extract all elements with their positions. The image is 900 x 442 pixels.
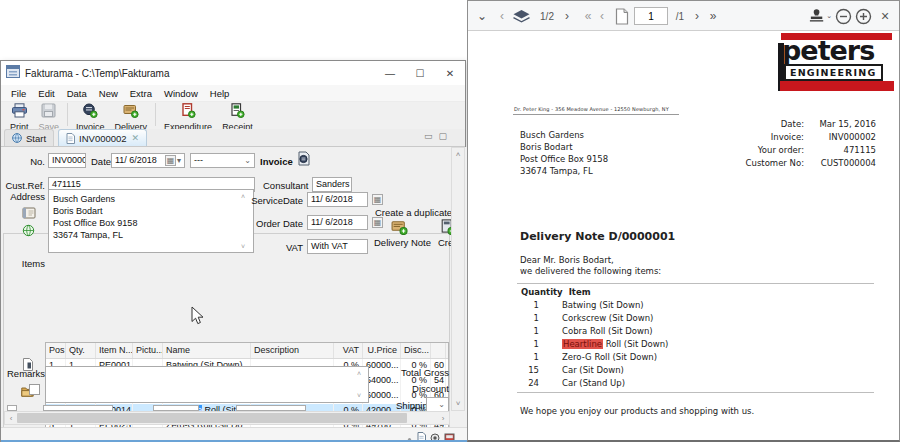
col-header[interactable]: Name <box>163 343 251 358</box>
menu-item[interactable]: Extra <box>124 88 158 99</box>
address-book-icon[interactable] <box>22 205 36 223</box>
kind-select[interactable]: --- ⌄ <box>190 153 255 168</box>
zoom-out-icon[interactable] <box>834 1 852 31</box>
delivery-note-button-label[interactable]: Delivery Note <box>374 237 436 248</box>
col-header[interactable]: VAT <box>334 343 363 358</box>
menu-item[interactable]: Window <box>158 88 204 99</box>
scroll-down-icon[interactable]: ˅ <box>452 399 464 408</box>
vat-input[interactable]: With VAT <box>307 239 368 254</box>
menu-item[interactable]: Help <box>204 88 236 99</box>
servicedate-input[interactable]: 11/ 6/2018 <box>307 192 368 207</box>
item-cell: Cobra Roll (Sit Down) <box>562 326 653 339</box>
zoom-in-icon[interactable] <box>854 1 872 31</box>
next-layer-icon[interactable]: › <box>560 1 574 31</box>
pdf-table-row: 24 Car (Stand Up) <box>521 378 668 391</box>
calendar-icon[interactable]: ▦ <box>165 155 176 166</box>
col-header[interactable]: Item N... <box>96 343 133 358</box>
horizontal-scrollbar[interactable]: ‹ › <box>4 411 450 425</box>
layers-icon[interactable] <box>509 1 533 31</box>
date-label: Date <box>91 156 111 167</box>
orderdate-label: Order Date <box>233 218 303 229</box>
print-button[interactable]: Print <box>5 102 34 132</box>
last-page-icon[interactable]: » <box>705 1 721 31</box>
scroll-right-icon[interactable]: › <box>437 414 449 423</box>
toolbar-separator <box>67 103 68 126</box>
status-bar <box>1 427 467 441</box>
collapse-chevron-icon[interactable]: ⌄ <box>472 1 492 31</box>
menu-bar: FileEditDataNewExtraWindowHelp <box>1 85 465 102</box>
pdf-table-body: 1 Batwing (Sit Down) 1 Corkscrew (Sit Do… <box>521 300 668 391</box>
scroll-left-icon[interactable]: ‹ <box>5 414 17 423</box>
col-header[interactable] <box>431 343 446 358</box>
orderdate-input[interactable]: 11/ 6/2018 <box>307 215 368 230</box>
view-maximize-icon[interactable]: ▢ <box>438 131 447 141</box>
shipping-select[interactable]: ⌄ <box>426 397 449 412</box>
pdf-table-row: 1 Heartline Roll (Sit Down) <box>521 339 668 352</box>
calendar-icon[interactable]: ▦ <box>372 194 383 205</box>
col-header[interactable]: Description <box>251 343 334 358</box>
close-button[interactable]: ✕ <box>435 61 465 85</box>
chevron-down-icon: ⌄ <box>244 155 251 166</box>
expenditure-button[interactable]: Expenditure <box>159 102 217 132</box>
remarks-checkbox[interactable] <box>29 384 40 395</box>
vertical-scrollbar[interactable]: ˄ ˅ <box>451 147 465 411</box>
prev-layer-icon[interactable]: ‹ <box>496 1 508 31</box>
scroll-up-icon[interactable]: ˄ <box>452 150 464 159</box>
search-highlight: Heartline <box>562 339 603 349</box>
tab-start[interactable]: Start <box>4 129 54 146</box>
page-number-input[interactable] <box>634 7 668 25</box>
prev-page-icon[interactable]: ‹ <box>596 1 608 31</box>
menu-item[interactable]: File <box>5 88 32 99</box>
tab-close-icon[interactable]: ✕ <box>132 133 140 143</box>
info-value: 471115 <box>804 145 876 158</box>
col-header[interactable]: Disc... <box>401 343 431 358</box>
title-bar[interactable]: Fakturama - C:\Temp\Fakturama — ☐ ✕ <box>1 61 465 85</box>
invoice-type-label: Invoice <box>260 156 293 167</box>
consultant-input[interactable]: Sanders <box>312 177 352 192</box>
maximize-button[interactable]: ☐ <box>405 61 435 85</box>
col-header[interactable]: U.Price <box>363 343 401 358</box>
remarks-textarea[interactable] <box>45 366 369 403</box>
invoice-editor-form: No. INV00000 Date 11/ 6/2018 ▦▾ --- ⌄ In… <box>1 147 467 442</box>
close-preview-icon[interactable]: × <box>876 1 894 31</box>
next-page-icon[interactable]: › <box>690 1 704 31</box>
editor-tab-bar: Start INV000002 ✕ <box>1 129 465 147</box>
scrollbar-thumb[interactable] <box>17 413 407 423</box>
no-label: No. <box>15 156 45 167</box>
save-button[interactable]: Save <box>34 102 65 132</box>
create-delivery-note-icon[interactable] <box>391 219 408 239</box>
tab-invoice[interactable]: INV000002 ✕ <box>58 129 147 146</box>
first-page-icon[interactable]: « <box>580 1 596 31</box>
closing-line: We hope you enjoy our products and shopp… <box>520 405 754 417</box>
minimize-button[interactable]: — <box>375 61 405 85</box>
servicedate-label: ServiceDate <box>233 195 303 206</box>
calendar-icon[interactable]: ▦ <box>372 217 383 228</box>
chevron-down-icon: ▾ <box>177 155 181 166</box>
invoice-number-input[interactable]: INV00000 <box>48 153 86 168</box>
col-header[interactable]: Pos <box>46 343 66 358</box>
fakturama-window: Fakturama - C:\Temp\Fakturama — ☐ ✕ File… <box>0 60 466 442</box>
menu-item[interactable]: Data <box>61 88 93 99</box>
sender-line: Dr. Peter King - 356 Meadow Avenue - 125… <box>514 106 669 112</box>
vat-label: VAT <box>233 242 303 253</box>
invoice-button[interactable]: Invoice <box>71 102 110 132</box>
printer-icon <box>11 103 28 122</box>
col-header[interactable]: Qty. <box>66 343 96 358</box>
credit-button-label[interactable]: Cred <box>438 237 451 248</box>
layer-page-indicator: 1/2 <box>534 1 560 31</box>
view-minimize-icon[interactable]: ▭ <box>424 131 433 141</box>
date-input[interactable]: 11/ 6/2018 ▦▾ <box>111 153 185 168</box>
delivery-button[interactable]: Delivery <box>110 102 153 132</box>
globe-sync-icon[interactable] <box>22 223 35 241</box>
sender-underline <box>513 114 679 115</box>
menu-item[interactable]: New <box>93 88 124 99</box>
logo-bottom-bar <box>780 81 894 91</box>
address-textarea[interactable]: Busch Gardens Boris Bodart Post Office B… <box>48 189 254 253</box>
stamp-icon[interactable]: ⌄ <box>808 1 832 31</box>
info-row: Date: Mar 15, 2016 <box>734 119 876 132</box>
menu-item[interactable]: Edit <box>32 88 60 99</box>
col-header[interactable]: Pictu... <box>133 343 163 358</box>
info-label: Your order: <box>734 145 804 158</box>
view-controls[interactable]: ▭ ▢ <box>424 131 447 141</box>
receipt-button[interactable]: Receipt <box>217 102 258 132</box>
